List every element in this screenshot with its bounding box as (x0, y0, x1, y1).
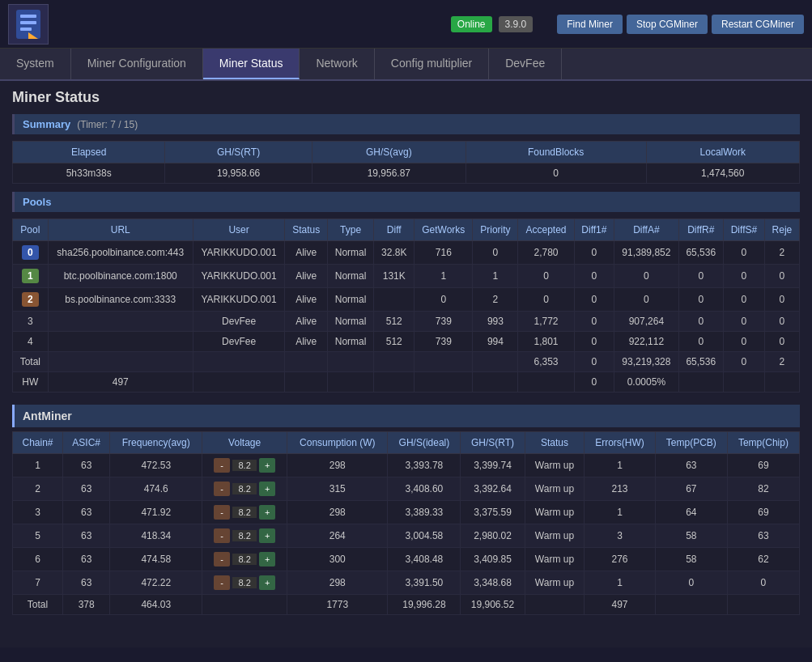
getworks-cell: 739 (415, 312, 473, 332)
voltage-control: -8.2+ (209, 575, 280, 590)
antminer-table: Chain# ASIC# Frequency(avg) Voltage Cons… (12, 431, 800, 615)
pool-cell: 3 (13, 312, 49, 332)
voltage-value: 8.2 (232, 507, 257, 518)
diffr-cell: 0 (678, 312, 723, 332)
diffs-cell: 0 (723, 241, 764, 265)
temp_pcb-cell: 64 (655, 501, 727, 524)
elapsed-value: 5h33m38s (13, 163, 165, 184)
col-freq: Frequency(avg) (110, 432, 202, 454)
voltage-plus-button[interactable]: + (259, 458, 275, 473)
asic-cell: 63 (63, 501, 110, 524)
rt-cell: 3,399.74 (461, 454, 525, 477)
find-miner-button[interactable]: Find Miner (557, 15, 623, 34)
diffa-cell: 907,264 (614, 312, 678, 332)
table-row: 163472.53-8.2+2983,393.783,399.74Warm up… (13, 454, 800, 477)
voltage-control: -8.2+ (209, 505, 280, 520)
ideal-cell: 3,393.78 (388, 454, 461, 477)
diff-cell: 512 (374, 312, 415, 332)
diff-cell (374, 288, 415, 312)
diffr-cell: 0 (678, 288, 723, 312)
user-cell: YARIKKUDO.001 (193, 265, 285, 288)
diff-cell: 32.8K (374, 241, 415, 265)
voltage-plus-button[interactable]: + (259, 552, 275, 567)
tab-devfee[interactable]: DevFee (489, 49, 562, 79)
consumption-cell: 298 (287, 501, 388, 524)
pool-cell: 0 (13, 241, 49, 265)
temp_chip-cell: 69 (727, 454, 799, 477)
col-type: Type (327, 219, 373, 241)
status-cell: Warm up (525, 454, 585, 477)
tab-network[interactable]: Network (300, 49, 374, 79)
col-status: Status (285, 219, 328, 241)
col-chain: Chain# (13, 432, 63, 454)
voltage-minus-button[interactable]: - (214, 552, 230, 567)
table-row: 563418.34-8.2+2643,004.582,980.02Warm up… (13, 524, 800, 548)
voltage-minus-button[interactable]: - (214, 458, 230, 473)
getworks-cell: 739 (415, 332, 473, 352)
col-diffr: DiffR# (678, 219, 723, 241)
restart-cgminer-button[interactable]: Restart CGMiner (712, 15, 804, 34)
type-cell: Normal (327, 241, 373, 265)
svg-rect-1 (20, 15, 36, 18)
temp_pcb-cell: 58 (655, 548, 727, 571)
col-localwork: LocalWork (646, 142, 799, 163)
voltage-value: 8.2 (232, 460, 257, 471)
type-cell: Normal (327, 288, 373, 312)
reje-cell: 2 (764, 241, 799, 265)
voltage-plus-button[interactable]: + (259, 505, 275, 520)
voltage-minus-button[interactable]: - (214, 482, 230, 496)
temp_chip-cell: 0 (727, 571, 799, 595)
summary-timer: (Timer: 7 / 15) (77, 119, 138, 130)
type-cell: Normal (327, 265, 373, 288)
tab-config-multiplier[interactable]: Config multiplier (375, 49, 489, 79)
tab-system[interactable]: System (0, 49, 71, 79)
table-row: 4DevFeeAliveNormal5127399941,8010922,112… (13, 332, 800, 352)
pool-badge: 1 (22, 269, 39, 283)
stop-cgminer-button[interactable]: Stop CGMiner (627, 15, 708, 34)
ideal-cell: 3,408.48 (388, 548, 461, 571)
ideal-cell: 3,004.58 (388, 524, 461, 548)
col-elapsed: Elapsed (13, 142, 165, 163)
diff1-cell: 0 (574, 352, 614, 372)
ghsavg-value: 19,956.87 (312, 163, 466, 184)
header-center: Online 3.9.0 (451, 16, 533, 32)
temp_chip-cell: 62 (727, 548, 799, 571)
getworks-cell: 0 (415, 288, 473, 312)
user-cell (193, 352, 285, 372)
col-voltage: Voltage (202, 432, 287, 454)
asic-cell: 63 (63, 524, 110, 548)
temp_pcb-cell: 0 (655, 571, 727, 595)
tab-miner-status[interactable]: Miner Status (203, 49, 300, 79)
ideal-cell: 3,389.33 (388, 501, 461, 524)
status-cell: Warm up (525, 548, 585, 571)
priority-cell: 993 (473, 312, 518, 332)
rt-cell: 3,392.64 (461, 477, 525, 501)
voltage-minus-button[interactable]: - (214, 528, 230, 543)
diffa-cell: 0 (614, 265, 678, 288)
col-rt: GH/S(RT) (461, 432, 525, 454)
ideal-cell: 3,408.60 (388, 477, 461, 501)
col-reje: Reje (764, 219, 799, 241)
status-cell (525, 595, 585, 615)
voltage-minus-button[interactable]: - (214, 505, 230, 520)
ideal-cell: 19,996.28 (388, 595, 461, 615)
voltage-minus-button[interactable]: - (214, 575, 230, 590)
errors-cell: 213 (585, 477, 656, 501)
chain-cell: 1 (13, 454, 63, 477)
diffa-cell: 91,389,852 (614, 241, 678, 265)
freq-cell: 474.58 (110, 548, 202, 571)
diff-cell (374, 372, 415, 393)
summary-label: Summary (23, 118, 70, 130)
voltage-plus-button[interactable]: + (259, 482, 275, 496)
col-url: URL (48, 219, 193, 241)
voltage-cell (202, 595, 287, 615)
errors-cell: 276 (585, 548, 656, 571)
voltage-plus-button[interactable]: + (259, 575, 275, 590)
voltage-value: 8.2 (232, 577, 257, 588)
rt-cell: 2,980.02 (461, 524, 525, 548)
tab-miner-configuration[interactable]: Miner Configuration (71, 49, 203, 79)
voltage-plus-button[interactable]: + (259, 528, 275, 543)
asic-cell: 63 (63, 571, 110, 595)
diffs-cell: 0 (723, 312, 764, 332)
voltage-cell: -8.2+ (202, 501, 287, 524)
